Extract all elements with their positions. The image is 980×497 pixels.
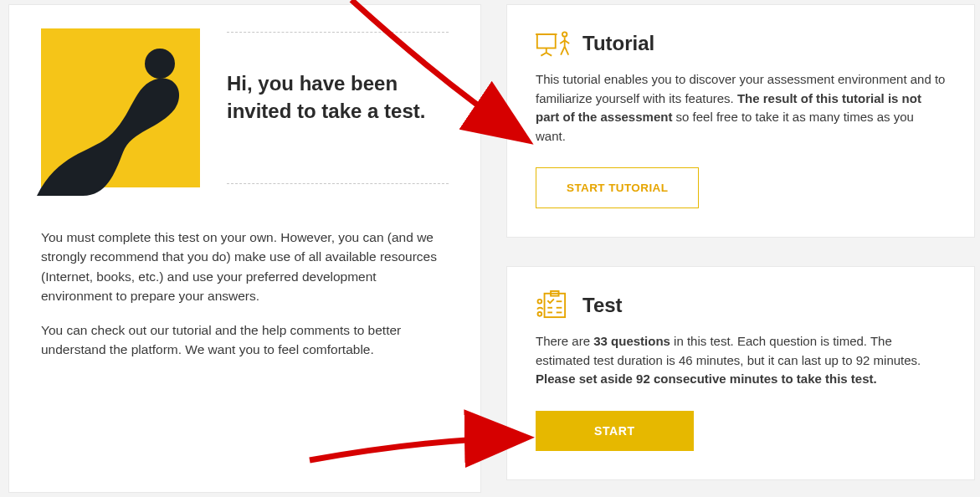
invitation-body: You must complete this test on your own.… bbox=[41, 228, 449, 360]
start-test-button[interactable]: START bbox=[536, 411, 694, 451]
test-text-2: 33 questions bbox=[593, 334, 670, 348]
instructions-paragraph-1: You must complete this test on your own.… bbox=[41, 228, 449, 305]
tutorial-description: This tutorial enables you to discover yo… bbox=[536, 70, 946, 146]
greeting-text: Hi, you have been invited to take a test… bbox=[227, 70, 449, 125]
svg-line-4 bbox=[546, 53, 552, 56]
test-text-4: Please set aside 92 consecutive minutes … bbox=[536, 371, 877, 386]
invitation-card: Hi, you have been invited to take a test… bbox=[8, 4, 481, 493]
svg-line-10 bbox=[565, 47, 569, 55]
svg-line-3 bbox=[541, 53, 546, 56]
svg-point-5 bbox=[562, 32, 567, 36]
tutorial-header: Tutorial bbox=[536, 28, 946, 59]
test-header: Test bbox=[536, 290, 946, 320]
brand-logo bbox=[41, 28, 200, 187]
svg-rect-11 bbox=[545, 294, 566, 317]
test-text-1: There are bbox=[536, 334, 593, 348]
invitation-header: Hi, you have been invited to take a test… bbox=[41, 28, 449, 187]
logo-blob-icon bbox=[33, 54, 188, 196]
start-tutorial-button[interactable]: START TUTORIAL bbox=[536, 167, 699, 208]
tutorial-title: Tutorial bbox=[582, 32, 654, 55]
test-card: Test There are 33 questions in this test… bbox=[506, 266, 975, 480]
svg-line-9 bbox=[561, 47, 565, 55]
right-column: Tutorial This tutorial enables you to di… bbox=[506, 4, 975, 497]
instructions-paragraph-2: You can check out our tutorial and the h… bbox=[41, 320, 449, 360]
test-title: Test bbox=[582, 294, 623, 317]
greeting-section: Hi, you have been invited to take a test… bbox=[227, 32, 449, 184]
presentation-icon bbox=[536, 28, 571, 59]
checklist-icon bbox=[536, 290, 571, 320]
tutorial-card: Tutorial This tutorial enables you to di… bbox=[506, 4, 975, 238]
test-description: There are 33 questions in this test. Eac… bbox=[536, 332, 946, 389]
svg-point-18 bbox=[538, 300, 542, 304]
svg-rect-0 bbox=[537, 34, 556, 48]
svg-point-19 bbox=[538, 312, 542, 316]
